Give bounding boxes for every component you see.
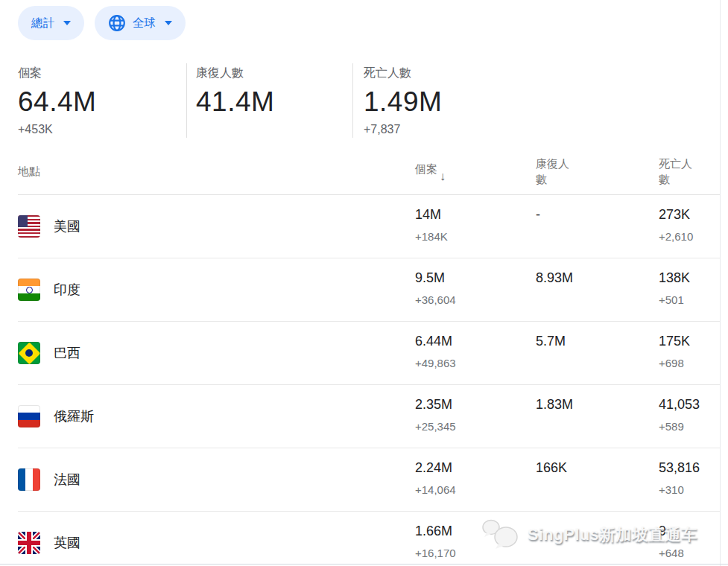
cases-value: 2.24M [415, 460, 536, 476]
france-flag-icon [18, 468, 40, 491]
wechat-bubbles-icon [481, 518, 522, 550]
india-flag-icon [18, 279, 40, 301]
table-header-row: 地點 個案 ↓ 康復人數 死亡人數 [18, 149, 720, 195]
header-cases[interactable]: 個案 ↓ [415, 162, 536, 182]
header-location[interactable]: 地點 [18, 164, 415, 179]
deaths-delta: +698 [659, 357, 720, 369]
deaths-value: 53,816 [659, 460, 720, 476]
deaths-value: 273K [659, 207, 720, 223]
location-cell: 巴西 [18, 322, 415, 384]
deaths-value: 41,053 [659, 397, 720, 413]
cases-delta: +14,064 [415, 483, 536, 496]
location-cell: 英國 [18, 512, 415, 566]
cases-value: 6.44M [415, 334, 536, 349]
deaths-delta: +501 [659, 293, 720, 306]
header-cases-label: 個案 [415, 162, 437, 177]
cases-value: 14M [415, 207, 536, 223]
covid-stats-page: 總計 全球 個案 64.4M +453K 康復人數 41.4M 死亡人數 1.4 [0, 0, 728, 566]
region-label: 全球 [133, 16, 156, 31]
summary-cases-label: 個案 [18, 66, 186, 81]
region-dropdown[interactable]: 全球 [95, 6, 186, 40]
summary-deaths-delta: +7,837 [364, 123, 728, 136]
recovered-value: 1.83M [536, 397, 659, 413]
country-name: 印度 [54, 281, 80, 299]
header-recovered[interactable]: 康復人數 [536, 156, 659, 187]
countries-table: 地點 個案 ↓ 康復人數 死亡人數 美國 14M +184K - [18, 149, 720, 566]
country-name: 巴西 [54, 344, 80, 362]
deaths-value: 175K [659, 334, 720, 349]
recovered-value: 8.93M [536, 270, 659, 286]
watermark-text: SingPlus新加坡直通车 [528, 524, 697, 545]
chevron-down-icon [165, 21, 172, 25]
summary-cases: 個案 64.4M +453K [0, 63, 186, 138]
deaths-value: 138K [659, 270, 720, 286]
summary-cases-value: 64.4M [18, 86, 186, 118]
russia-flag-icon [18, 405, 40, 427]
filter-bar: 總計 全球 [0, 0, 728, 40]
table-row[interactable]: 法國 2.24M +14,064 166K 53,816 +310 [18, 448, 720, 512]
summary-deaths-label: 死亡人數 [364, 66, 728, 81]
country-name: 美國 [54, 217, 80, 235]
content-right-border [720, 0, 721, 566]
uk-flag-icon [18, 532, 40, 554]
header-deaths-label: 死亡人數 [659, 156, 696, 187]
stat-scope-dropdown[interactable]: 總計 [18, 6, 84, 40]
location-cell: 美國 [18, 195, 415, 258]
summary-cases-delta: +453K [18, 123, 186, 136]
country-name: 英國 [54, 534, 80, 552]
summary-recovered-label: 康復人數 [196, 66, 352, 81]
brazil-flag-icon [18, 342, 40, 364]
summary-deaths-value: 1.49M [364, 86, 728, 118]
header-recovered-label: 康復人數 [536, 156, 573, 187]
watermark: SingPlus新加坡直通车 [481, 517, 697, 551]
country-name: 俄羅斯 [54, 407, 94, 425]
table-row[interactable]: 巴西 6.44M +49,863 5.7M 175K +698 [18, 322, 720, 385]
deaths-delta: +2,610 [659, 230, 720, 243]
cases-value: 2.35M [415, 397, 536, 413]
cases-delta: +49,863 [415, 357, 536, 369]
location-cell: 法國 [18, 448, 415, 511]
table-row[interactable]: 美國 14M +184K - 273K +2,610 [18, 195, 720, 258]
table-row[interactable]: 俄羅斯 2.35M +25,345 1.83M 41,053 +589 [18, 385, 720, 448]
summary-stats: 個案 64.4M +453K 康復人數 41.4M 死亡人數 1.49M +7,… [0, 63, 728, 138]
header-deaths[interactable]: 死亡人數 [659, 156, 720, 187]
recovered-value: 166K [536, 460, 659, 476]
location-cell: 印度 [18, 258, 415, 321]
recovered-value: 5.7M [536, 334, 659, 349]
deaths-delta: +589 [659, 420, 720, 433]
country-name: 法國 [54, 471, 80, 489]
recovered-value: - [536, 207, 659, 223]
cases-value: 9.5M [415, 270, 536, 286]
cases-delta: +184K [415, 230, 536, 243]
table-row[interactable]: 印度 9.5M +36,604 8.93M 138K +501 [18, 258, 720, 322]
summary-recovered-value: 41.4M [196, 86, 352, 118]
us-flag-icon [18, 215, 40, 238]
globe-icon [108, 14, 126, 32]
sort-descending-arrow-icon: ↓ [440, 171, 446, 182]
location-cell: 俄羅斯 [18, 385, 415, 448]
cases-delta: +36,604 [415, 293, 536, 306]
summary-deaths: 死亡人數 1.49M +7,837 [352, 63, 728, 138]
viewport-bottom-border [0, 564, 728, 565]
cases-delta: +25,345 [415, 420, 536, 433]
chevron-down-icon [63, 21, 71, 25]
summary-recovered: 康復人數 41.4M [186, 63, 352, 138]
deaths-delta: +310 [659, 483, 720, 496]
stat-scope-label: 總計 [31, 16, 54, 31]
